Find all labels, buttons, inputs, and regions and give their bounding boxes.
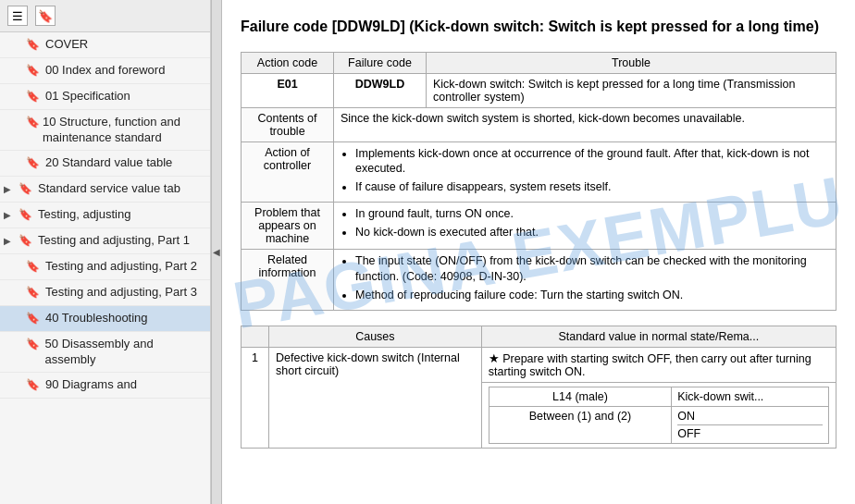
page-title: Failure code [DDW9LD] (Kick-down switch:… bbox=[241, 17, 836, 37]
sidebar-item-40-troubleshoot[interactable]: 🔖40 Troubleshooting bbox=[0, 306, 210, 332]
bookmark-icon: 🔖 bbox=[26, 38, 40, 53]
sidebar-item-label: Testing and adjusting, Part 1 bbox=[38, 233, 190, 249]
failure-info-table: Action code Failure code Trouble E01 DDW… bbox=[241, 52, 836, 311]
kickdown-switch-label: Kick-down swit... bbox=[672, 387, 829, 406]
sidebar-item-label: 20 Standard value table bbox=[45, 155, 172, 171]
sidebar-item-00-index[interactable]: 🔖00 Index and foreword bbox=[0, 58, 210, 84]
action-of-controller-label: Action of controller bbox=[242, 141, 334, 203]
sidebar-item-standard-service[interactable]: ▶🔖Standard service value tab bbox=[0, 177, 210, 203]
cause-num-1: 1 bbox=[242, 347, 269, 448]
bookmark-icon: 🔖 bbox=[26, 312, 40, 326]
related-info-label: Related information bbox=[242, 250, 334, 311]
problem-item-2: No kick-down is executed after that. bbox=[355, 225, 829, 240]
collapse-arrow-icon: ◀ bbox=[213, 247, 220, 257]
problem-on-machine-label: Problem that appears on machine bbox=[242, 203, 334, 250]
action-of-controller-value: Implements kick-down once at occurrence … bbox=[334, 141, 836, 203]
collapse-handle[interactable]: ◀ bbox=[211, 0, 222, 504]
trouble-desc: Kick-down switch: Switch is kept pressed… bbox=[427, 73, 836, 107]
sidebar-item-20-standard[interactable]: 🔖20 Standard value table bbox=[0, 151, 210, 177]
col-header-action-code: Action code bbox=[242, 52, 334, 73]
bookmark-icon: 🔖 bbox=[26, 338, 40, 352]
connector-label: L14 (male) bbox=[489, 387, 672, 406]
sidebar-item-label: Testing, adjusting bbox=[38, 207, 130, 223]
action-code-value: E01 bbox=[242, 73, 334, 107]
action-item-1: Implements kick-down once at occurrence … bbox=[355, 146, 829, 178]
bookmark-icon: 🔖 bbox=[19, 208, 32, 223]
menu-icon[interactable]: ☰ bbox=[7, 6, 28, 26]
sidebar-item-10-structure[interactable]: 🔖10 Structure, function and maintenance … bbox=[0, 110, 210, 152]
bookmark-tool-icon[interactable]: 🔖 bbox=[35, 6, 56, 26]
bookmark-icon: 🔖 bbox=[26, 156, 40, 171]
bookmark-icon: 🔖 bbox=[26, 64, 40, 79]
sidebar-item-testing-part1[interactable]: ▶🔖Testing and adjusting, Part 1 bbox=[0, 228, 210, 254]
sidebar-item-label: 40 Troubleshooting bbox=[45, 311, 148, 326]
contents-of-trouble-text: Since the kick-down switch system is sho… bbox=[341, 112, 745, 125]
expand-arrow-icon: ▶ bbox=[4, 209, 13, 221]
sidebar-toolbar: ☰ 🔖 bbox=[0, 0, 210, 32]
sidebar-item-label: Standard service value tab bbox=[38, 181, 180, 197]
on-off-sub: ON OFF bbox=[672, 406, 829, 443]
sidebar-item-50-disassembly[interactable]: 🔖50 Disassembly and assembly bbox=[0, 332, 210, 374]
causes-table: Causes Standard value in normal state/Re… bbox=[241, 326, 836, 449]
sidebar-item-label: 01 Specification bbox=[45, 89, 130, 104]
causes-header: Causes bbox=[269, 326, 482, 347]
problem-on-machine-value: In ground fault, turns ON once. No kick-… bbox=[334, 203, 836, 250]
sidebar-item-label: 10 Structure, function and maintenance s… bbox=[43, 115, 203, 146]
related-info-item-2: Method of reproducing failure code: Turn… bbox=[355, 288, 829, 303]
causes-num-header bbox=[242, 326, 269, 347]
bookmark-icon: 🔖 bbox=[19, 234, 32, 249]
action-item-2: If cause of failure disappears, system r… bbox=[355, 179, 829, 195]
off-value: OFF bbox=[677, 427, 823, 440]
col-header-trouble: Trouble bbox=[427, 52, 836, 73]
on-value: ON bbox=[677, 410, 823, 425]
bookmark-icon: 🔖 bbox=[26, 116, 37, 130]
bookmark-icon: 🔖 bbox=[26, 378, 40, 393]
contents-of-trouble-label: Contents of trouble bbox=[242, 107, 334, 141]
bookmark-icon: 🔖 bbox=[26, 260, 40, 275]
between-label: Between (1) and (2) bbox=[489, 406, 672, 443]
sidebar: ☰ 🔖 🔖COVER🔖00 Index and foreword🔖01 Spec… bbox=[0, 0, 211, 504]
col-header-failure-code: Failure code bbox=[334, 52, 427, 73]
failure-code-value: DDW9LD bbox=[334, 73, 427, 107]
sidebar-item-testing-part2[interactable]: 🔖Testing and adjusting, Part 2 bbox=[0, 254, 210, 280]
cause-desc-1: Defective kick-down switch (Internal sho… bbox=[269, 347, 482, 448]
action-of-controller-list: Implements kick-down once at occurrence … bbox=[341, 146, 829, 196]
bookmark-icon: 🔖 bbox=[26, 286, 40, 301]
sidebar-item-testing-adjusting[interactable]: ▶🔖Testing, adjusting bbox=[0, 203, 210, 228]
sidebar-item-01-spec[interactable]: 🔖01 Specification bbox=[0, 84, 210, 110]
bookmark-icon: 🔖 bbox=[26, 90, 40, 104]
sidebar-items: 🔖COVER🔖00 Index and foreword🔖01 Specific… bbox=[0, 32, 210, 399]
sidebar-item-testing-part3[interactable]: 🔖Testing and adjusting, Part 3 bbox=[0, 280, 210, 306]
std-intro: Prepare with starting switch OFF, then c… bbox=[481, 347, 836, 382]
bookmark-icon: 🔖 bbox=[19, 182, 32, 197]
sidebar-item-label: Testing and adjusting, Part 3 bbox=[45, 285, 197, 301]
sidebar-item-cover[interactable]: 🔖COVER bbox=[0, 32, 210, 58]
problem-list: In ground fault, turns ON once. No kick-… bbox=[341, 206, 829, 240]
sidebar-item-label: Testing and adjusting, Part 2 bbox=[45, 259, 197, 275]
sidebar-item-90-diagrams[interactable]: 🔖90 Diagrams and bbox=[0, 373, 210, 399]
related-info-list: The input state (ON/OFF) from the kick-d… bbox=[341, 253, 829, 303]
sidebar-item-label: 00 Index and foreword bbox=[45, 63, 165, 79]
std-sub-header: L14 (male) Kick-down swit... Between (1)… bbox=[481, 382, 836, 448]
sidebar-item-label: 50 Disassembly and assembly bbox=[45, 337, 203, 368]
related-info-item-1: The input state (ON/OFF) from the kick-d… bbox=[355, 253, 829, 285]
contents-of-trouble-value: Since the kick-down switch system is sho… bbox=[334, 107, 836, 141]
sidebar-item-label: 90 Diagrams and bbox=[45, 377, 137, 393]
expand-arrow-icon: ▶ bbox=[4, 183, 13, 195]
std-sub-table: L14 (male) Kick-down swit... Between (1)… bbox=[489, 387, 829, 444]
related-info-value: The input state (ON/OFF) from the kick-d… bbox=[334, 250, 836, 311]
main-content: PAGINA EXEMPLU Failure code [DDW9LD] (Ki… bbox=[222, 0, 855, 504]
problem-item-1: In ground fault, turns ON once. bbox=[355, 206, 829, 222]
std-value-header: Standard value in normal state/Rema... bbox=[481, 326, 836, 347]
expand-arrow-icon: ▶ bbox=[4, 235, 13, 247]
sidebar-item-label: COVER bbox=[45, 37, 88, 53]
